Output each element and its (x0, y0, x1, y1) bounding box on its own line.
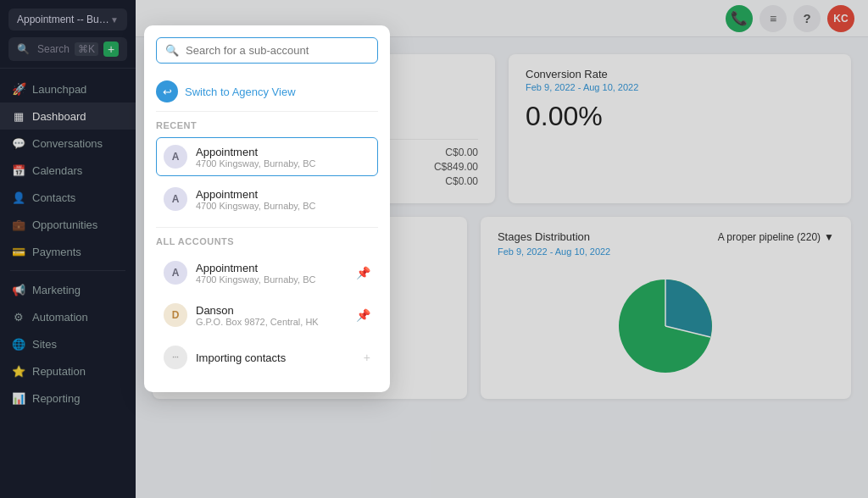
modal-overlay[interactable]: 🔍 ↩ Switch to Agency View RECENT A Appoi… (0, 0, 868, 498)
section-divider (156, 227, 378, 228)
all-account-name-2: Danson (196, 304, 348, 317)
recent-account-addr-2: 4700 Kingsway, Burnaby, BC (196, 201, 370, 211)
all-account-avatar-2: D (164, 303, 187, 327)
switch-agency-button[interactable]: ↩ Switch to Agency View (156, 75, 378, 112)
recent-account-info-1: Appointment 4700 Kingsway, Burnaby, BC (196, 146, 370, 169)
recent-account-1[interactable]: A Appointment 4700 Kingsway, Burnaby, BC (156, 137, 378, 176)
all-account-info-1: Appointment 4700 Kingsway, Burnaby, BC (196, 262, 348, 285)
recent-account-name-1: Appointment (196, 146, 370, 158)
modal-search-bar[interactable]: 🔍 (156, 37, 378, 64)
all-account-1[interactable]: A Appointment 4700 Kingsway, Burnaby, BC… (156, 253, 378, 292)
all-account-addr-2: G.P.O. Box 9872, Central, HK (196, 317, 348, 327)
recent-account-info-2: Appointment 4700 Kingsway, Burnaby, BC (196, 188, 370, 211)
recent-section-label: RECENT (156, 120, 378, 130)
recent-account-addr-1: 4700 Kingsway, Burnaby, BC (196, 158, 370, 169)
agency-icon: ↩ (156, 80, 178, 102)
all-account-info-3: Importing contacts (196, 351, 355, 364)
all-accounts-label: ALL ACCOUNTS (156, 236, 378, 246)
all-account-name-1: Appointment (196, 262, 348, 274)
recent-account-avatar-2: A (164, 187, 187, 211)
all-account-avatar-3: ··· (164, 346, 187, 369)
all-account-info-2: Danson G.P.O. Box 9872, Central, HK (196, 304, 348, 327)
all-account-name-3: Importing contacts (196, 351, 355, 364)
pin-icon-2: 📌 (356, 308, 370, 322)
recent-account-avatar-1: A (164, 145, 187, 169)
all-account-3[interactable]: ··· Importing contacts + (156, 338, 378, 377)
all-account-addr-1: 4700 Kingsway, Burnaby, BC (196, 274, 348, 285)
recent-account-name-2: Appointment (196, 188, 370, 201)
recent-account-2[interactable]: A Appointment 4700 Kingsway, Burnaby, BC (156, 180, 378, 219)
all-account-avatar-1: A (164, 261, 187, 285)
modal-search-icon: 🔍 (165, 44, 179, 57)
pin-icon-3: + (364, 351, 370, 364)
modal-search-input[interactable] (186, 44, 369, 57)
all-account-2[interactable]: D Danson G.P.O. Box 9872, Central, HK 📌 (156, 296, 378, 335)
sub-account-modal: 🔍 ↩ Switch to Agency View RECENT A Appoi… (144, 25, 390, 392)
pin-icon-1: 📌 (356, 266, 370, 279)
switch-agency-label: Switch to Agency View (185, 86, 296, 98)
